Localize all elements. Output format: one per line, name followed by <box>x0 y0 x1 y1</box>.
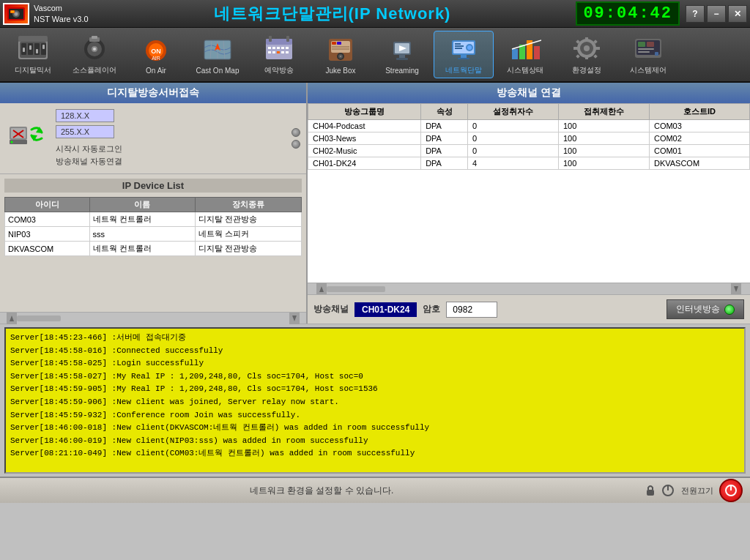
svg-point-4 <box>15 12 18 15</box>
broadcast-channel-value[interactable]: CH01-DK24 <box>354 302 417 317</box>
broadcast-controls: 방송채널 CH01-DK24 암호 0982 인터넷방송 <box>308 294 750 324</box>
device-col-type: 장치종류 <box>196 198 302 212</box>
device-col-id: 아이디 <box>5 198 90 212</box>
left-panel-title: 디지탈방송서버접속 <box>0 83 306 103</box>
svg-point-49 <box>340 56 341 57</box>
sysstate-icon <box>509 34 541 63</box>
svg-rect-88 <box>638 48 654 50</box>
table-row[interactable]: CH04-PodcastDPA0100COM03 <box>308 120 750 132</box>
svg-rect-76 <box>585 37 588 42</box>
log-line: Server[18:45:59-905] :My Real IP : 1,209… <box>10 383 740 396</box>
toolbar-item-streaming[interactable]: Streaming <box>372 31 432 78</box>
title-left: Vascom NST Ware v3.0 <box>3 3 89 25</box>
device-list-section: IP Device List 아이디 이름 장치종류 COM03네트웍 컨트롤러… <box>0 174 306 312</box>
power-status-icon <box>661 483 675 498</box>
toolbar-label-schedule: 예약방송 <box>264 65 294 75</box>
svg-rect-42 <box>277 51 280 53</box>
right-panel-title: 방송채널 연결 <box>308 83 750 103</box>
window-controls: ? − ✕ <box>686 5 747 23</box>
toolbar-item-jukebox[interactable]: Juke Box <box>311 31 371 78</box>
log-section[interactable]: Server[18:45:23-466] :서버메 접속대기중Server[18… <box>4 327 746 474</box>
table-row[interactable]: COM03네트웍 컨트롤러디지탈 전관방송 <box>5 212 302 227</box>
log-line: Server[08:21:10-049] :New client(COM03:네… <box>10 447 740 460</box>
onair-icon: ON AIR <box>140 35 172 64</box>
svg-rect-6 <box>11 11 14 12</box>
log-line: Server[18:46:00-019] :New client(NIP03:s… <box>10 435 740 448</box>
toolbar-item-castonmap[interactable]: Cast On Map <box>188 31 248 78</box>
svg-rect-68 <box>512 49 518 59</box>
table-row[interactable]: DKVASCOM네트웍 컨트롤러디지탈 전관방송 <box>5 242 302 256</box>
toolbar-item-onair[interactable]: ON AIR On Air <box>126 31 186 78</box>
svg-rect-13 <box>23 48 25 52</box>
svg-rect-86 <box>638 42 645 47</box>
status-text: 네트워크 환경을 설정할 수 있습니다. <box>7 485 636 497</box>
table-row[interactable]: CH01-DK24DPA4100DKVASCOM <box>308 157 750 170</box>
network-icon <box>448 34 480 63</box>
svg-rect-65 <box>455 48 462 49</box>
toolbar-item-digital[interactable]: 디지탈믹서 <box>3 31 63 78</box>
toolbar-label-jukebox: Juke Box <box>325 67 355 75</box>
app-name: Vascom NST Ware v3.0 <box>34 3 89 24</box>
svg-rect-63 <box>455 43 461 45</box>
status-dots <box>292 128 300 149</box>
envsetup-icon <box>571 34 603 63</box>
svg-rect-90 <box>655 52 658 56</box>
toolbar-item-envsetup[interactable]: 환경설정 <box>557 31 617 78</box>
internet-status-indicator <box>724 305 735 315</box>
table-row[interactable]: CH02-MusicDPA0100COM01 <box>308 145 750 157</box>
toolbar-label-source: 소스플레이어 <box>73 65 116 75</box>
device-col-name: 이름 <box>89 198 196 212</box>
table-row[interactable]: NIP03sss네트웍 스피커 <box>5 227 302 242</box>
toolbar-label-network: 네트웍단말 <box>445 65 482 75</box>
power-button[interactable] <box>719 479 743 502</box>
svg-rect-71 <box>534 46 540 59</box>
connection-section: 128.X.X 255.X.X 시작시 자동로그인 방송채널 자동연결 <box>0 103 306 174</box>
schedule-icon <box>263 34 295 63</box>
svg-rect-57 <box>396 58 408 60</box>
toolbar-item-network[interactable]: 네트웍단말 <box>434 31 494 78</box>
app-title: 네트워크단말관리(IP Network) <box>89 3 576 25</box>
log-line: Server[18:45:59-932] :Conference room Jo… <box>10 409 740 422</box>
svg-rect-89 <box>638 51 650 53</box>
log-line: Server[18:45:59-906] :New client was joi… <box>10 396 740 409</box>
lock-icon-area <box>643 483 675 498</box>
svg-rect-14 <box>29 45 31 50</box>
svg-text:ON: ON <box>151 48 161 55</box>
broadcast-scrollbar[interactable] <box>308 283 750 294</box>
ip-display1: 128.X.X <box>56 109 114 122</box>
device-list-title: IP Device List <box>4 179 302 193</box>
toolbar-item-schedule[interactable]: 예약방송 <box>249 31 309 78</box>
internet-btn-label: 인터넷방송 <box>676 303 720 316</box>
toolbar-label-envsetup: 환경설정 <box>572 65 601 75</box>
mixer-icon <box>17 34 49 63</box>
minimize-button[interactable]: − <box>707 5 726 23</box>
svg-rect-102 <box>17 316 61 321</box>
broadcast-table-container[interactable]: 방송그룹명속성설정취자수접취제한수호스트ID CH04-PodcastDPA01… <box>308 103 750 283</box>
toolbar-item-sysstate[interactable]: 시스템상태 <box>495 31 555 78</box>
log-line: Server[18:45:58-025] :Login successfully <box>10 357 740 370</box>
svg-rect-16 <box>42 45 45 49</box>
toolbar-label-digital: 디지탈믹서 <box>15 65 51 75</box>
svg-rect-79 <box>595 47 600 50</box>
svg-rect-23 <box>92 36 97 39</box>
broadcast-channel-label: 방송채널 <box>313 303 349 316</box>
svg-rect-78 <box>573 47 578 50</box>
svg-rect-61 <box>461 55 467 58</box>
toolbar-item-syscontrol[interactable]: 시스템제어 <box>618 31 678 78</box>
password-input[interactable]: 0982 <box>446 302 497 318</box>
table-row[interactable]: CH03-NewsDPA0100COM02 <box>308 132 750 145</box>
main-content: 디지탈방송서버접속 <box>0 83 750 324</box>
toolbar-item-source[interactable]: 소스플레이어 <box>64 31 125 78</box>
broadcast-table: 방송그룹명속성설정취자수접취제한수호스트ID CH04-PodcastDPA01… <box>308 103 750 170</box>
svg-rect-44 <box>286 51 289 53</box>
help-button[interactable]: ? <box>686 5 705 23</box>
device-table: 아이디 이름 장치종류 COM03네트웍 컨트롤러디지탈 전관방송NIP03ss… <box>4 197 302 256</box>
close-button[interactable]: ✕ <box>728 5 747 23</box>
left-scrollbar[interactable] <box>0 312 306 324</box>
log-line: Server[18:45:58-016] :Connected successf… <box>10 345 740 358</box>
svg-rect-33 <box>269 36 272 42</box>
internet-broadcast-button[interactable]: 인터넷방송 <box>667 299 744 319</box>
svg-rect-41 <box>272 51 275 53</box>
svg-point-67 <box>467 45 472 50</box>
ip-display2: 255.X.X <box>56 125 114 138</box>
